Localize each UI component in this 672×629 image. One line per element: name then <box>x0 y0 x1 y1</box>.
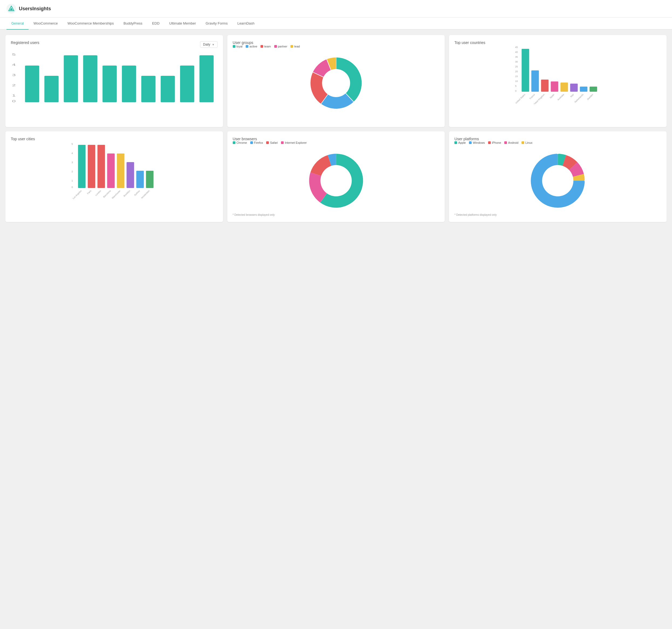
svg-rect-17 <box>180 66 194 102</box>
active-dot <box>246 45 248 48</box>
svg-rect-67 <box>78 145 86 188</box>
svg-rect-52 <box>590 87 597 92</box>
nav-learndash[interactable]: LearnDash <box>233 18 259 30</box>
legend-ie: Internet Explorer <box>281 141 307 144</box>
svg-text:London: London <box>95 190 101 196</box>
top-cities-chart: 5 4 3 2 1 0 Los Angeles Paris Lon <box>11 141 218 201</box>
android-dot <box>504 141 507 144</box>
svg-rect-51 <box>580 87 587 92</box>
svg-rect-69 <box>97 145 105 188</box>
svg-text:07 Jan: 07 Jan <box>120 103 136 103</box>
svg-text:1: 1 <box>12 94 16 97</box>
nav-edd[interactable]: EDD <box>147 18 164 30</box>
svg-text:06 Jan: 06 Jan <box>101 103 116 103</box>
registered-users-card: Registered users Daily ▼ 5 4 3 2 1 0 <box>5 35 223 127</box>
svg-text:3: 3 <box>12 74 16 77</box>
nav-woocommerce[interactable]: WooCommerce <box>29 18 63 30</box>
legend-android: Android <box>504 141 518 144</box>
chrome-dot <box>233 141 235 144</box>
svg-text:10: 10 <box>515 80 518 83</box>
legend-partner: partner <box>274 45 287 48</box>
svg-rect-45 <box>522 49 529 92</box>
svg-rect-49 <box>561 83 568 92</box>
svg-text:Barcelona: Barcelona <box>103 190 111 198</box>
header: UsersInsights <box>0 0 672 18</box>
lead-dot <box>290 45 293 48</box>
legend-lead: lead <box>290 45 300 48</box>
svg-rect-15 <box>141 76 155 102</box>
svg-text:0: 0 <box>515 90 517 92</box>
svg-text:30: 30 <box>515 61 518 63</box>
legend-apple: Apple <box>454 141 466 144</box>
svg-text:Italy: Italy <box>570 93 574 98</box>
svg-text:04 Jan: 04 Jan <box>62 103 77 103</box>
top-countries-chart: 45 40 35 30 25 20 15 10 5 0 <box>454 45 661 104</box>
dropdown-arrow-icon: ▼ <box>212 43 215 46</box>
svg-text:Spain: Spain <box>549 93 555 99</box>
svg-text:Paris: Paris <box>87 190 92 195</box>
nav-buddypress[interactable]: BuddyPress <box>119 18 147 30</box>
user-groups-donut <box>233 51 439 121</box>
svg-rect-11 <box>64 55 78 102</box>
svg-rect-13 <box>102 66 117 102</box>
svg-point-86 <box>542 165 574 196</box>
svg-point-83 <box>320 165 352 196</box>
user-platforms-legend: Apple Windows iPhone Android Linux <box>454 141 661 144</box>
svg-text:Manchester: Manchester <box>111 190 121 199</box>
nav-general[interactable]: General <box>6 18 29 30</box>
svg-text:2: 2 <box>12 84 16 87</box>
legend-active: active <box>246 45 257 48</box>
svg-text:08 Jan: 08 Jan <box>139 103 155 103</box>
browsers-note: * Detected browsers displayed only <box>233 213 275 216</box>
nav-woocommerce-memberships[interactable]: WooCommerce Memberships <box>63 18 119 30</box>
svg-rect-50 <box>570 84 578 92</box>
svg-rect-47 <box>541 79 549 92</box>
logo-text: UsersInsights <box>19 6 51 11</box>
svg-text:France: France <box>529 93 535 100</box>
svg-text:5: 5 <box>71 143 73 145</box>
svg-rect-18 <box>199 55 214 102</box>
svg-text:Sydney: Sydney <box>134 190 141 196</box>
svg-text:5: 5 <box>12 53 16 56</box>
user-groups-card: User groups loyal active team partner le… <box>227 35 445 127</box>
svg-rect-68 <box>88 145 95 188</box>
loyal-dot <box>233 45 235 48</box>
legend-windows: Windows <box>469 141 485 144</box>
svg-text:40: 40 <box>515 51 518 53</box>
svg-text:4: 4 <box>71 152 73 155</box>
legend-iphone: iPhone <box>488 141 501 144</box>
partner-dot <box>274 45 277 48</box>
user-platforms-donut <box>454 147 661 212</box>
legend-team: team <box>261 45 271 48</box>
legend-linux: Linux <box>522 141 532 144</box>
top-cities-card: Top user cities 5 4 3 2 1 0 Los An <box>5 131 223 222</box>
svg-text:Australia: Australia <box>557 93 565 101</box>
svg-text:25: 25 <box>515 65 518 68</box>
dashboard: Registered users Daily ▼ 5 4 3 2 1 0 <box>0 30 672 227</box>
svg-text:0: 0 <box>71 186 73 189</box>
nav-ultimate-member[interactable]: Ultimate Member <box>165 18 201 30</box>
legend-firefox: Firefox <box>250 141 263 144</box>
svg-rect-16 <box>161 76 175 102</box>
user-browsers-legend: Chrome Firefox Safari Internet Explorer <box>233 141 439 144</box>
svg-text:10 Jan: 10 Jan <box>178 103 194 103</box>
svg-point-34 <box>322 69 350 97</box>
svg-text:3: 3 <box>71 161 73 164</box>
svg-text:Sweden: Sweden <box>586 93 594 101</box>
svg-text:03 Jan: 03 Jan <box>43 103 58 103</box>
nav: General WooCommerce WooCommerce Membersh… <box>0 18 672 30</box>
legend-chrome: Chrome <box>233 141 247 144</box>
top-cities-title: Top user cities <box>11 137 35 141</box>
svg-text:15: 15 <box>515 75 518 78</box>
user-platforms-card: User platforms Apple Windows iPhone Andr… <box>449 131 667 222</box>
team-dot <box>261 45 263 48</box>
svg-rect-48 <box>551 81 558 92</box>
nav-gravity-forms[interactable]: Gravity Forms <box>201 18 233 30</box>
platforms-note: * Detected platforms displayed only <box>454 213 497 216</box>
legend-safari: Safari <box>266 141 278 144</box>
svg-text:05 Jan: 05 Jan <box>81 103 97 103</box>
user-browsers-donut <box>233 147 439 212</box>
user-platforms-title: User platforms <box>454 137 479 141</box>
svg-text:45: 45 <box>515 46 518 49</box>
daily-dropdown[interactable]: Daily ▼ <box>200 41 218 48</box>
